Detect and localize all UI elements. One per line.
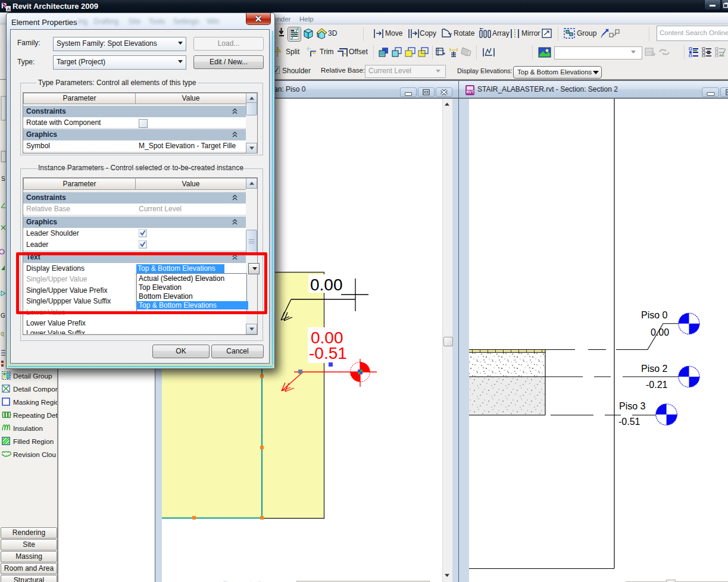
svg-text:-0.21: -0.21 <box>646 380 668 390</box>
svg-text:Piso 2: Piso 2 <box>641 364 668 374</box>
svg-text:RVT: RVT <box>467 90 474 94</box>
svg-text:0.00: 0.00 <box>310 276 343 294</box>
svg-text:Piso 3: Piso 3 <box>619 401 646 411</box>
svg-text:0.00: 0.00 <box>651 327 669 337</box>
svg-text:-0.51: -0.51 <box>618 417 640 427</box>
svg-text:Piso 0: Piso 0 <box>641 310 668 320</box>
svg-text:-0.51: -0.51 <box>309 344 347 362</box>
